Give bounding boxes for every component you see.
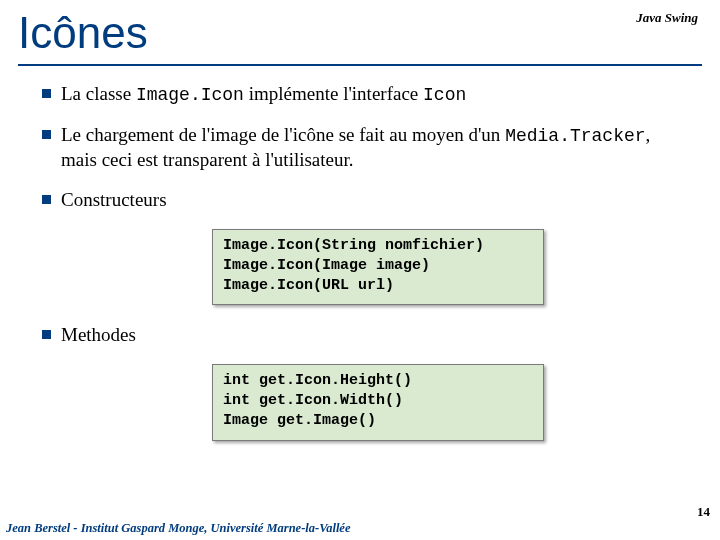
bullet-item: Methodes — [42, 323, 682, 347]
bullet-text: Le chargement de l'image de l'icône se f… — [61, 123, 682, 172]
content-area: La classe Image.Icon implémente l'interf… — [42, 82, 682, 459]
code-inline: Image.Icon — [136, 85, 244, 105]
code-inline: Icon — [423, 85, 466, 105]
code-block-constructors: Image.Icon(String nomfichier) Image.Icon… — [212, 229, 544, 306]
header-label: Java Swing — [636, 10, 698, 26]
bullet-text: Methodes — [61, 323, 682, 347]
bullet-item: La classe Image.Icon implémente l'interf… — [42, 82, 682, 107]
page-number: 14 — [697, 504, 710, 520]
bullet-text: Constructeurs — [61, 188, 682, 212]
bullet-text: La classe Image.Icon implémente l'interf… — [61, 82, 682, 107]
title-rule — [18, 64, 702, 66]
bullet-icon — [42, 130, 51, 139]
code-inline: Media.Tracker — [505, 126, 645, 146]
page-title: Icônes — [18, 8, 148, 58]
bullet-icon — [42, 330, 51, 339]
bullet-item: Le chargement de l'image de l'icône se f… — [42, 123, 682, 172]
code-block-methods: int get.Icon.Height() int get.Icon.Width… — [212, 364, 544, 441]
bullet-icon — [42, 89, 51, 98]
text: La classe — [61, 83, 136, 104]
footer-text: Jean Berstel - Institut Gaspard Monge, U… — [6, 522, 386, 536]
text: implémente l'interface — [244, 83, 423, 104]
bullet-icon — [42, 195, 51, 204]
text: Le chargement de l'image de l'icône se f… — [61, 124, 505, 145]
bullet-item: Constructeurs — [42, 188, 682, 212]
